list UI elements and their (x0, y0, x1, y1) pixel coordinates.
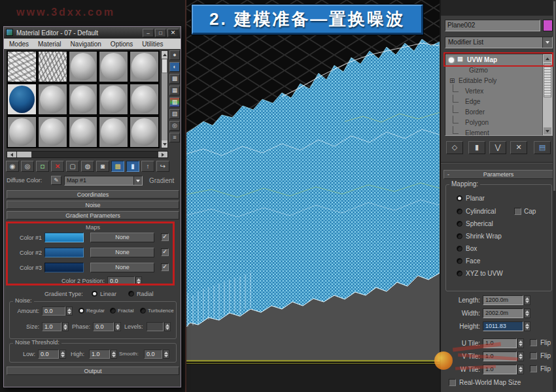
stack-item-edge[interactable]: Edge (445, 97, 541, 108)
scroll-thumb[interactable] (162, 59, 167, 73)
stack-item-editable-poly[interactable]: ⊞ Editable Poly (445, 76, 541, 87)
scroll-thumb[interactable] (17, 152, 31, 157)
color2-swatch[interactable] (44, 248, 84, 257)
stack-scrollbar[interactable] (542, 54, 552, 135)
material-slot[interactable] (69, 116, 98, 148)
panel-scrollbar[interactable] (553, 0, 556, 392)
viewport-3d[interactable] (185, 0, 440, 392)
u-tile-spinner[interactable] (517, 338, 524, 348)
v-flip-checkbox[interactable] (530, 352, 537, 359)
slots-hscrollbar[interactable] (7, 151, 168, 158)
make-material-copy-icon[interactable]: ▢ (66, 161, 79, 172)
remove-modifier-icon[interactable]: ✕ (510, 141, 527, 154)
u-flip-checkbox[interactable] (530, 339, 537, 346)
width-field[interactable]: 2002.0m (483, 308, 523, 318)
show-map-in-viewport-icon[interactable]: ▩ (111, 161, 124, 172)
rollout-coordinates[interactable]: Coordinates (7, 190, 179, 199)
size-spinner[interactable] (62, 322, 69, 331)
scroll-left-icon[interactable] (7, 152, 16, 157)
maximize-button[interactable]: □ (155, 29, 166, 37)
put-material-to-scene-icon[interactable]: ◎ (21, 161, 34, 172)
scroll-down-icon[interactable] (162, 140, 167, 148)
material-slot-noise[interactable] (7, 51, 37, 82)
length-spinner[interactable] (524, 295, 530, 305)
sample-uv-tiling-icon[interactable]: ▦ (169, 86, 180, 95)
material-slot[interactable] (130, 51, 159, 82)
material-editor-titlebar[interactable]: Material Editor - 07 - Default – □ ✕ (4, 27, 181, 39)
material-slot[interactable] (99, 51, 128, 82)
put-to-library-icon[interactable]: ◍ (81, 161, 94, 172)
color2-position-spinner[interactable] (135, 276, 142, 286)
menu-material[interactable]: Material (38, 41, 61, 48)
material-slot[interactable] (99, 84, 128, 115)
v-tile-spinner[interactable] (517, 351, 524, 361)
levels-field[interactable] (147, 322, 164, 331)
material-slot[interactable] (38, 84, 67, 115)
smooth-spinner[interactable] (163, 350, 169, 359)
modifier-enabled-bulb-icon[interactable] (449, 57, 454, 63)
color2-checkbox[interactable]: ✓ (161, 248, 169, 256)
make-unique-icon[interactable]: ⋁ (489, 141, 506, 154)
material-slot-noise[interactable] (38, 51, 67, 82)
color3-swatch[interactable] (44, 263, 84, 272)
radio-planar[interactable] (457, 195, 462, 201)
material-slot[interactable] (130, 116, 159, 148)
scroll-right-icon[interactable] (158, 152, 167, 157)
menu-navigation[interactable]: Navigation (71, 41, 101, 48)
rollout-gradient-parameters[interactable]: Gradient Parameters (7, 211, 179, 220)
radio-fractal[interactable] (110, 308, 116, 314)
scroll-thumb[interactable] (544, 63, 551, 97)
w-flip-checkbox[interactable] (530, 365, 537, 372)
sample-type-icon[interactable]: ● (169, 50, 180, 60)
make-preview-icon[interactable]: ▧ (169, 109, 180, 119)
scroll-up-icon[interactable] (544, 55, 551, 62)
chevron-down-icon[interactable] (542, 37, 552, 48)
material-slot[interactable] (69, 51, 98, 82)
high-spinner[interactable] (111, 350, 117, 359)
stack-item-vertex[interactable]: Vertex (445, 87, 541, 97)
material-slot[interactable] (69, 84, 98, 115)
color1-checkbox[interactable]: ✓ (161, 233, 169, 241)
color-pick-icon[interactable]: ✎ (51, 176, 61, 185)
radio-face[interactable] (457, 258, 462, 264)
radio-radial[interactable] (128, 291, 134, 297)
w-tile-field[interactable]: 1.0 (483, 365, 517, 374)
object-name-field[interactable]: Plane002 (445, 20, 540, 31)
color1-swatch[interactable] (44, 233, 84, 242)
height-field[interactable]: 1011.83 (483, 321, 523, 331)
menu-modes[interactable]: Modes (9, 41, 29, 48)
slots-vscrollbar[interactable] (161, 50, 168, 148)
stack-item-polygon[interactable]: Polygon (445, 118, 541, 129)
stack-item-element[interactable]: Element (445, 129, 541, 136)
radio-box[interactable] (457, 246, 462, 252)
color3-checkbox[interactable]: ✓ (161, 263, 169, 271)
configure-modifier-sets-icon[interactable]: ▤ (534, 141, 551, 154)
radio-linear[interactable] (92, 291, 97, 297)
w-tile-spinner[interactable] (517, 365, 524, 374)
radio-cylindrical[interactable] (457, 208, 462, 214)
cap-checkbox[interactable] (514, 208, 521, 215)
scroll-down-icon[interactable] (544, 127, 551, 135)
width-spinner[interactable] (524, 308, 530, 318)
background-icon[interactable]: ▩ (169, 74, 180, 84)
close-button[interactable]: ✕ (167, 29, 179, 37)
pin-stack-icon[interactable]: ◇ (446, 141, 463, 154)
video-color-check-icon[interactable]: ▥ (169, 97, 180, 107)
modifier-list-dropdown[interactable]: Modifier List (445, 37, 553, 48)
show-end-result-icon[interactable]: ▮ (468, 141, 485, 154)
minimize-button[interactable]: – (143, 29, 154, 37)
stack-item-uvw-map[interactable]: ▤ UVW Map (445, 55, 541, 65)
color2-map-button[interactable]: None (90, 248, 154, 257)
material-id-channel-icon[interactable]: ◙ (96, 161, 109, 172)
low-field[interactable]: 0.0 (38, 350, 59, 359)
map-type-button[interactable]: Gradient (149, 177, 174, 184)
radio-turbulence[interactable] (140, 308, 146, 314)
low-spinner[interactable] (60, 350, 66, 359)
material-slot-active[interactable] (7, 84, 37, 115)
u-tile-field[interactable]: 1.0 (483, 338, 517, 348)
phase-spinner[interactable] (114, 322, 121, 331)
color1-map-button[interactable]: None (90, 233, 154, 242)
scroll-up-icon[interactable] (162, 51, 167, 58)
chevron-down-icon[interactable] (133, 176, 142, 185)
go-to-parent-icon[interactable]: ↑ (141, 161, 154, 172)
